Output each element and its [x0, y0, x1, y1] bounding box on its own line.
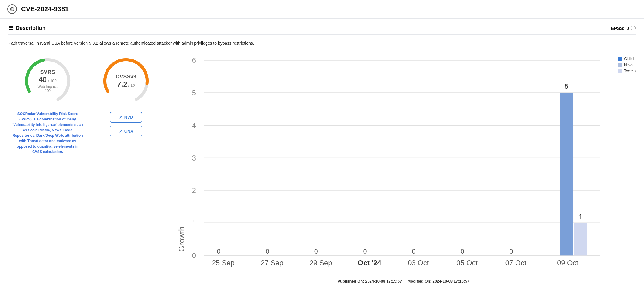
- svrs-sub: Web Impact: 100: [34, 85, 61, 93]
- svg-text:29 Sep: 29 Sep: [309, 259, 332, 267]
- published-on-label: Published On:: [337, 279, 364, 283]
- main-content: ☰ Description EPSS: 0 i Path traversal i…: [0, 19, 644, 289]
- section-title-label: Description: [16, 25, 46, 31]
- bar-chart: Growth 6 5 4 3 2 1: [171, 54, 613, 276]
- modified-on-value: 2024-10-08 17:15:57: [432, 279, 469, 283]
- nvd-label: NVD: [124, 115, 133, 120]
- section-header: ☰ Description EPSS: 0 i: [8, 25, 636, 31]
- tweets-label: Tweets: [624, 69, 636, 73]
- svg-point-0: [10, 7, 14, 11]
- svg-text:05 Oct: 05 Oct: [456, 259, 478, 267]
- description-icon: ☰: [8, 25, 13, 31]
- github-color: [618, 57, 622, 61]
- cna-label: CNA: [124, 129, 133, 133]
- svg-text:03 Oct: 03 Oct: [408, 259, 429, 267]
- metrics-row: SVRS 40 / 100 Web Impact: 100 SOCRadar V…: [8, 54, 636, 283]
- cna-button[interactable]: ↗ CNA: [110, 126, 142, 136]
- svg-text:0: 0: [363, 248, 367, 255]
- svg-text:1: 1: [192, 219, 196, 227]
- svg-text:2: 2: [192, 187, 196, 194]
- svrs-center-text: SVRS 40 / 100 Web Impact: 100: [34, 69, 61, 93]
- growth-chart-svg: Growth 6 5 4 3 2 1: [171, 54, 613, 275]
- svrs-value-row: 40 / 100: [34, 75, 61, 84]
- epss-score: EPSS: 0 i: [611, 26, 636, 31]
- svg-text:Oct '24: Oct '24: [358, 259, 381, 267]
- description-text: Path traversal in Ivanti CSA before vers…: [8, 40, 636, 46]
- svg-text:0: 0: [217, 248, 220, 255]
- news-color: [618, 63, 622, 67]
- cve-title: CVE-2024-9381: [21, 5, 69, 13]
- svrs-label: SVRS: [34, 69, 61, 75]
- svg-text:3: 3: [192, 154, 196, 162]
- cvss-denom: / 10: [128, 83, 135, 88]
- legend-news: News: [618, 63, 636, 67]
- svg-text:0: 0: [314, 248, 318, 255]
- tweets-color: [618, 69, 622, 73]
- divider: [8, 34, 636, 35]
- cna-external-icon: ↗: [119, 129, 122, 133]
- svrs-gauge: SVRS 40 / 100 Web Impact: 100: [21, 54, 75, 108]
- bar-tweets-09oct: [574, 223, 587, 256]
- published-row: Published On: 2024-10-08 17:15:57 Modifi…: [171, 279, 636, 283]
- bar-github-09oct: [560, 93, 573, 255]
- chart-legend: GitHub News Tweets: [613, 54, 636, 73]
- svg-text:27 Sep: 27 Sep: [261, 259, 283, 267]
- cvss-value: 7.2: [117, 80, 127, 88]
- cvss-label: CVSSv3: [115, 74, 136, 80]
- modified-on-label: Modified On:: [407, 279, 431, 283]
- legend-tweets: Tweets: [618, 69, 636, 73]
- news-label: News: [624, 63, 633, 67]
- svg-text:1: 1: [579, 213, 583, 221]
- svg-text:0: 0: [192, 252, 196, 260]
- svg-text:0: 0: [412, 248, 415, 255]
- svrs-gauge-container: SVRS 40 / 100 Web Impact: 100 SOCRadar V…: [8, 54, 87, 155]
- svrs-description: SOCRadar Vulnerability Risk Score (SVRS)…: [11, 111, 84, 155]
- legend-github: GitHub: [618, 57, 636, 61]
- header: CVE-2024-9381: [0, 0, 644, 19]
- svg-text:09 Oct: 09 Oct: [557, 259, 578, 267]
- svrs-denom: / 100: [48, 78, 57, 83]
- svg-text:4: 4: [192, 122, 196, 130]
- svg-text:25 Sep: 25 Sep: [212, 259, 235, 267]
- chart-and-legend: Growth 6 5 4 3 2 1: [171, 54, 636, 276]
- chart-area: Growth 6 5 4 3 2 1: [165, 54, 636, 283]
- cvss-center-text: CVSSv3 7.2 / 10: [115, 74, 136, 88]
- svg-text:0: 0: [510, 248, 513, 255]
- y-axis-label: Growth: [177, 227, 186, 252]
- svrs-value: 40: [39, 75, 47, 84]
- svg-text:0: 0: [266, 248, 269, 255]
- svg-text:5: 5: [564, 82, 568, 90]
- section-title: ☰ Description: [8, 25, 46, 31]
- svg-text:5: 5: [192, 89, 196, 97]
- svg-text:0: 0: [461, 248, 464, 255]
- cvss-gauge: CVSSv3 7.2 / 10: [99, 54, 153, 108]
- svg-text:07 Oct: 07 Oct: [505, 259, 526, 267]
- back-button[interactable]: [7, 4, 17, 14]
- published-on-value: 2024-10-08 17:15:57: [365, 279, 402, 283]
- github-label: GitHub: [624, 57, 635, 61]
- cvss-gauge-container: CVSSv3 7.2 / 10 ↗ NVD ↗ CNA: [87, 54, 165, 136]
- svg-text:6: 6: [192, 56, 196, 64]
- epss-info-icon[interactable]: i: [631, 26, 636, 30]
- cvss-value-row: 7.2 / 10: [115, 80, 136, 88]
